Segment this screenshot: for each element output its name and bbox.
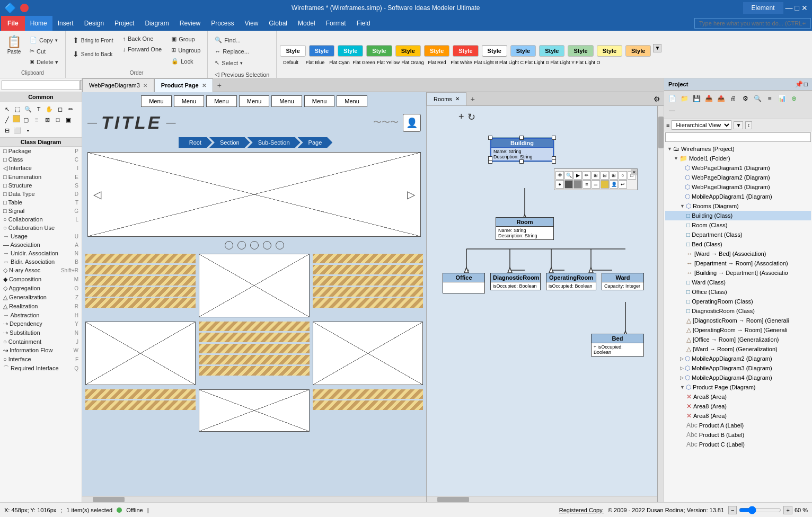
tree-product-b[interactable]: Abc Product B (Label) xyxy=(665,430,811,440)
wf-menu-2[interactable]: Menu xyxy=(174,95,205,107)
tree-mobileappdiagram3[interactable]: ▷ ⬡ MobileAppDiagram3 (Diagram) xyxy=(665,363,811,373)
popup-btn-yellow[interactable] xyxy=(601,180,609,189)
item-table[interactable]: □ TableT xyxy=(0,198,82,207)
bc-section[interactable]: Section xyxy=(209,137,250,148)
item-enumeration[interactable]: □ EnumerationE xyxy=(0,173,82,181)
tree-product-page[interactable]: ▼ ⬡ Product Page (Diagram) xyxy=(665,382,811,392)
more-tool4[interactable]: ▣ xyxy=(64,115,73,124)
popup-btn-color2[interactable] xyxy=(564,180,573,189)
item-generalization[interactable]: △ GeneralizationZ xyxy=(0,293,82,302)
popup-btn-person[interactable]: 👤 xyxy=(610,180,618,189)
bc-page[interactable]: Page xyxy=(298,137,333,148)
style-flat-yellow[interactable]: Style xyxy=(395,45,421,57)
item-nary-assoc[interactable]: ◇ N-ary AssocShift+R xyxy=(0,266,82,275)
style-flat-lighty[interactable]: Style xyxy=(597,45,622,57)
more-tool7[interactable]: ▪ xyxy=(23,126,33,135)
zoom-in-btn[interactable]: + xyxy=(783,506,792,514)
item-unidir-assoc[interactable]: → Unidir. AssociationN xyxy=(0,249,82,257)
send-to-back-button[interactable]: ⬇ Send to Back xyxy=(69,48,117,60)
rooms-panel-settings[interactable]: ⚙ xyxy=(650,94,664,104)
item-usage[interactable]: → UsageU xyxy=(0,232,82,240)
pointer-tool[interactable]: ↖ xyxy=(2,104,12,114)
rt-new[interactable]: 📄 xyxy=(666,93,678,104)
style-flat-lighto[interactable]: Style xyxy=(625,45,651,57)
minimize-btn[interactable]: — xyxy=(785,4,793,12)
item-signal[interactable]: □ SignalG xyxy=(0,207,82,215)
popup-btn-color1[interactable]: ● xyxy=(555,180,564,189)
maximize-btn[interactable]: □ xyxy=(795,4,799,12)
dot-4[interactable] xyxy=(263,241,271,249)
rt-search2[interactable]: 🔍 xyxy=(752,93,763,104)
item-datatype[interactable]: □ Data TypeD xyxy=(0,190,82,198)
element-search-input[interactable] xyxy=(2,81,80,90)
delete-button[interactable]: ✖ Delete ▾ xyxy=(26,57,62,67)
tree-operatingroom-class[interactable]: □ OperatingRoom (Class) xyxy=(665,297,811,306)
menu-home[interactable]: Home xyxy=(25,16,52,31)
close-rooms-tab[interactable]: ✕ xyxy=(455,96,460,102)
style-flat-lightb[interactable]: Style xyxy=(510,45,536,57)
close-tab-1[interactable]: ✕ xyxy=(143,83,147,88)
cut-button[interactable]: ✂ Cut xyxy=(26,46,62,56)
more-tool1[interactable]: ≡ xyxy=(32,115,41,124)
add-element-btn[interactable]: + xyxy=(458,111,464,123)
item-interface2[interactable]: ○ InterfaceF xyxy=(0,355,82,363)
item-interface[interactable]: ◁ InterfaceI xyxy=(0,164,82,173)
menu-process[interactable]: Process xyxy=(206,16,239,31)
tree-model1[interactable]: ▼ 📁 Model1 (Folder) xyxy=(665,154,811,163)
add-tab-button[interactable]: + xyxy=(213,79,226,91)
menu-diagram[interactable]: Diagram xyxy=(139,16,174,31)
ward-class[interactable]: Ward Capacity: Integer xyxy=(602,273,644,290)
view-mode-select[interactable]: Hierarchical View xyxy=(672,120,731,130)
tab-webpagediagram3[interactable]: WebPageDiagram3 ✕ xyxy=(82,78,154,92)
item-composition[interactable]: ◆ CompositionM xyxy=(0,275,82,284)
style-flat-orange[interactable]: Style xyxy=(424,45,449,57)
select-tool[interactable]: ⬚ xyxy=(13,104,22,114)
panel-pin[interactable]: 📌 xyxy=(795,81,803,88)
wf-next-btn[interactable]: ▷ xyxy=(407,188,415,201)
menu-global[interactable]: Global xyxy=(263,16,293,31)
menu-field[interactable]: Field xyxy=(351,16,376,31)
style-flat-green[interactable]: Style xyxy=(366,45,392,57)
bc-subsection[interactable]: Sub-Section xyxy=(248,137,301,148)
item-abstraction[interactable]: → AbstractionH xyxy=(0,311,82,319)
popup-btn-color3[interactable] xyxy=(573,180,582,189)
back-one-button[interactable]: ↑ Back One xyxy=(119,34,165,43)
tree-diagroom-gen[interactable]: △ [DiagnosticRoom → Room] (Generali xyxy=(665,316,811,325)
find-button[interactable]: 🔍 Find... xyxy=(211,35,273,45)
copy-button[interactable]: 📄 Copy ▾ xyxy=(26,35,62,45)
panel-expand[interactable]: □ xyxy=(804,81,808,88)
wf-menu-5[interactable]: Menu xyxy=(271,95,302,107)
text-tool[interactable]: T xyxy=(34,104,43,114)
close-btn[interactable]: ✕ xyxy=(801,4,808,12)
diagram-vscrollbar[interactable] xyxy=(657,106,664,502)
rt-save[interactable]: 💾 xyxy=(691,93,702,104)
tree-mobileappdiagram1[interactable]: ▷ ⬡ MobileAppDiagram1 (Diagram) xyxy=(665,192,811,201)
rt-filter[interactable]: ≡ xyxy=(764,93,775,104)
style-flat-lightc[interactable]: Style xyxy=(539,45,564,57)
styles-scroll-down[interactable]: ▼ xyxy=(653,44,661,52)
item-structure[interactable]: □ StructureS xyxy=(0,181,82,190)
more-tool5[interactable]: ⊟ xyxy=(2,126,12,135)
popup-btn-grid[interactable]: ⊞ xyxy=(610,171,618,180)
style-flat-blue[interactable]: Style xyxy=(309,45,334,57)
menu-project[interactable]: Project xyxy=(109,16,139,31)
style-flat-red[interactable]: Style xyxy=(453,45,478,57)
tree-office-gen[interactable]: △ [Office → Room] (Generalization) xyxy=(665,335,811,344)
item-bidir-assoc[interactable]: ↔ Bidir. AssociationB xyxy=(0,257,82,266)
zoom-tool[interactable]: 🔍 xyxy=(23,104,33,114)
menu-insert[interactable]: Insert xyxy=(52,16,79,31)
menu-review[interactable]: Review xyxy=(174,16,206,31)
item-substitution[interactable]: ⇢ SubstitutionN xyxy=(0,328,82,337)
group-button[interactable]: ▣ Group xyxy=(167,34,204,44)
select-button[interactable]: ↖ Select ▾ xyxy=(211,58,273,68)
wf-prev-btn[interactable]: ◁ xyxy=(93,188,101,201)
rt-import[interactable]: 📥 xyxy=(703,93,714,104)
tree-area8-3[interactable]: ✕ Area8 (Area) xyxy=(665,411,811,421)
wf-menu-3[interactable]: Menu xyxy=(206,95,237,107)
popup-btn-format[interactable]: ═ xyxy=(592,180,600,189)
diagnosticroom-class[interactable]: DiagnosticRoom isOccupied: Boolean xyxy=(490,273,541,290)
pen-tool[interactable]: ✏ xyxy=(66,104,75,114)
item-realization[interactable]: △ RealizationR xyxy=(0,302,82,311)
popup-btn-lines[interactable]: ≡ xyxy=(582,180,591,189)
rt-minus[interactable]: — xyxy=(666,105,678,117)
